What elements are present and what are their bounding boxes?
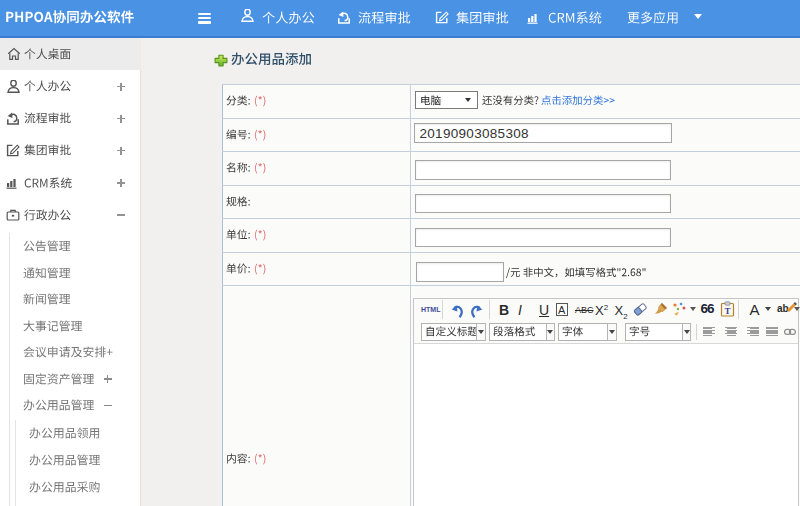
svg-text:T: T (724, 306, 730, 316)
